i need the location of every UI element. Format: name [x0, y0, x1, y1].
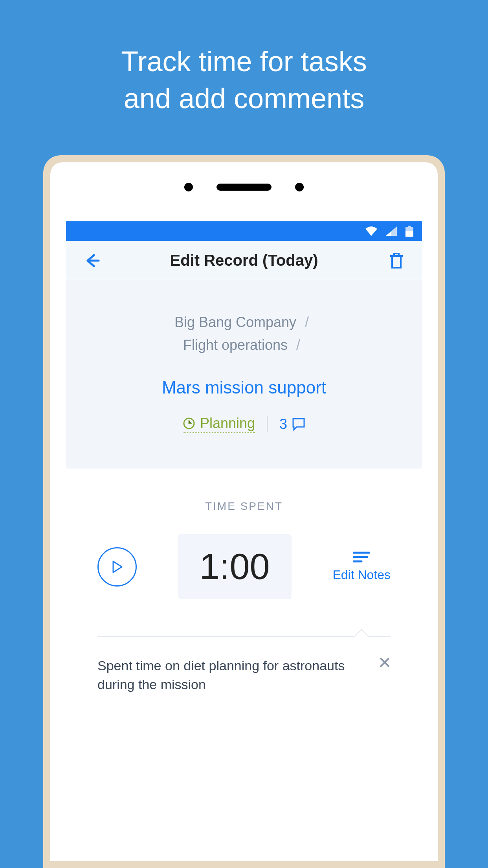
breadcrumb-separator: / [296, 337, 300, 353]
clock-icon [183, 417, 195, 430]
time-section: TIME SPENT 1:00 Edit Notes [66, 469, 422, 615]
time-row: 1:00 Edit Notes [97, 534, 391, 599]
back-button[interactable] [82, 251, 101, 270]
promo-line-1: Track time for tasks [0, 43, 488, 80]
app-screen: Edit Record (Today) Big Bang Company / F… [66, 221, 422, 861]
battery-icon [405, 226, 413, 237]
delete-button[interactable] [387, 251, 406, 270]
cellular-icon [386, 226, 397, 236]
task-name[interactable]: Mars mission support [78, 378, 410, 397]
note-arrow-decoration [354, 629, 369, 645]
breadcrumb: Big Bang Company / Flight operations / [78, 311, 410, 356]
arrow-left-icon [83, 252, 100, 269]
svg-rect-2 [405, 231, 413, 237]
edit-notes-label: Edit Notes [332, 568, 391, 582]
breadcrumb-level-1[interactable]: Big Bang Company [174, 314, 296, 330]
time-spent-label: TIME SPENT [97, 500, 391, 513]
phone-frame: Edit Record (Today) Big Bang Company / F… [43, 155, 445, 868]
note-block: Spent time on diet planning for astronau… [97, 636, 391, 694]
edit-notes-button[interactable]: Edit Notes [332, 551, 391, 582]
breadcrumb-level-2[interactable]: Flight operations [183, 337, 288, 353]
comments-chip[interactable]: 3 [279, 416, 305, 432]
phone-speaker [50, 183, 438, 191]
app-header: Edit Record (Today) [66, 241, 422, 280]
task-meta: Planning 3 [78, 415, 410, 433]
task-info-panel: Big Bang Company / Flight operations / M… [66, 280, 422, 469]
note-close-button[interactable] [379, 657, 391, 670]
svg-rect-0 [408, 226, 411, 227]
task-status-label: Planning [200, 415, 255, 432]
time-value[interactable]: 1:00 [178, 534, 292, 599]
play-button[interactable] [97, 547, 137, 587]
page-title: Edit Record (Today) [101, 252, 387, 269]
status-bar [66, 221, 422, 241]
phone-bezel: Edit Record (Today) Big Bang Company / F… [50, 162, 438, 861]
notes-icon [353, 551, 370, 563]
comment-icon [292, 417, 305, 431]
breadcrumb-separator: / [305, 314, 309, 330]
play-icon [111, 560, 123, 574]
comments-count: 3 [279, 416, 287, 432]
trash-icon [389, 252, 404, 269]
divider [267, 416, 268, 432]
wifi-icon [365, 226, 377, 236]
close-icon [379, 657, 391, 668]
note-text: Spent time on diet planning for astronau… [97, 657, 391, 694]
promo-line-2: and add comments [0, 80, 488, 117]
promo-headline: Track time for tasks and add comments [0, 0, 488, 117]
task-status-chip[interactable]: Planning [183, 415, 255, 433]
